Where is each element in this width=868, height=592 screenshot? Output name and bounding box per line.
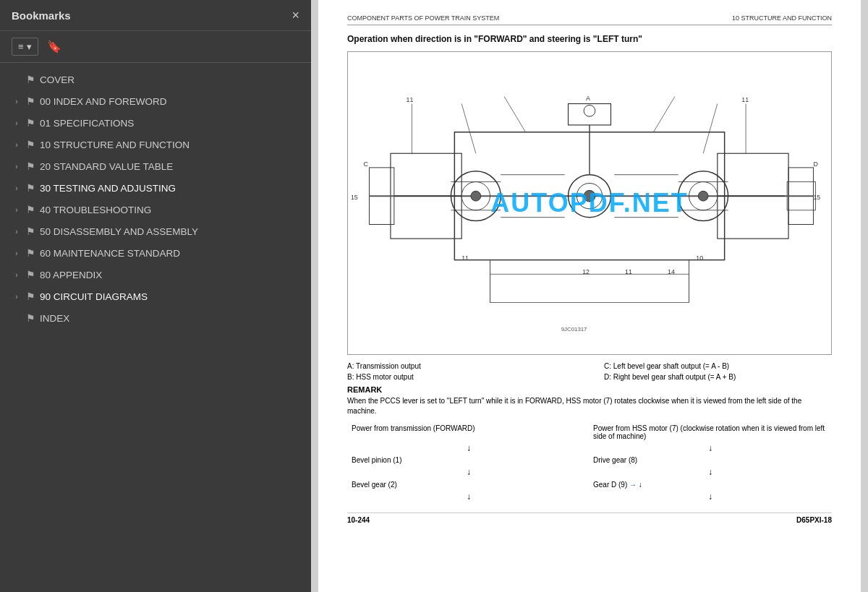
bookmark-marker-icon: ⚑	[26, 226, 35, 237]
header-left: COMPONENT PARTS OF POWER TRAIN SYSTEM	[347, 14, 499, 22]
sidebar-item-label: 60 MAINTENANCE STANDARD	[40, 248, 180, 259]
bookmark-marker-icon: ⚑	[26, 139, 35, 150]
page-footer: 10-244 D65PXI-18	[347, 512, 832, 524]
flow-right-arrow-1: ↓	[590, 442, 830, 454]
bookmark-marker-icon: ⚑	[26, 204, 35, 215]
svg-text:15: 15	[351, 194, 358, 201]
flow-right-step-1: Drive gear (8)	[590, 455, 830, 465]
sidebar-item-label: 20 STANDARD VALUE TABLE	[40, 161, 173, 172]
close-button[interactable]: ×	[292, 9, 299, 22]
footer-document-id: D65PXI-18	[796, 516, 832, 524]
legend-item-a: A: Transmission output	[347, 362, 575, 370]
flow-right-down-icon: ↓	[639, 481, 642, 489]
flow-right-step-2-text: Gear D (9)	[593, 481, 627, 489]
svg-point-16	[698, 191, 708, 201]
down-arrow-icon: ↓	[593, 467, 827, 477]
legend-value-a: Transmission output	[356, 362, 421, 370]
legend-item-d: D: Right bevel gear shaft output (= A + …	[604, 373, 832, 381]
legend-row-1: A: Transmission output C: Left bevel gea…	[347, 362, 832, 370]
sidebar-item-20[interactable]: › ⚑ 20 STANDARD VALUE TABLE	[0, 155, 311, 177]
svg-text:12: 12	[582, 268, 590, 275]
legend-item-b: B: HSS motor output	[347, 373, 575, 381]
chevron-right-icon: ›	[12, 206, 22, 214]
remark-text: When the PCCS lever is set to "LEFT turn…	[347, 396, 832, 416]
sidebar-item-label: 10 STRUCTURE AND FUNCTION	[40, 140, 190, 150]
flow-table: Power from transmission (FORWARD) Power …	[347, 422, 832, 504]
sidebar-item-60[interactable]: › ⚑ 60 MAINTENANCE STANDARD	[0, 242, 311, 264]
chevron-right-icon: ›	[12, 271, 22, 279]
chevron-right-icon: ›	[12, 184, 22, 192]
sidebar-item-00[interactable]: › ⚑ 00 INDEX AND FOREWORD	[0, 90, 311, 112]
flow-left-arrow-3: ↓	[349, 491, 589, 502]
sidebar-item-label: 80 APPENDIX	[40, 270, 102, 280]
sidebar-items-list: ⚑ COVER › ⚑ 00 INDEX AND FOREWORD › ⚑ 01…	[0, 63, 311, 592]
sidebar-item-index[interactable]: ⚑ INDEX	[0, 307, 311, 329]
sidebar-title: Bookmarks	[12, 9, 71, 22]
flow-left-step-1: Bevel pinion (1)	[349, 455, 589, 465]
flow-left-arrow-1: ↓	[349, 442, 589, 454]
svg-text:10: 10	[696, 254, 703, 262]
svg-text:9JC01317: 9JC01317	[561, 326, 587, 333]
diagram-container: 15 15 11 11 C D A 11 10 12 11 14 9JC0131…	[347, 51, 832, 355]
sidebar-item-cover[interactable]: ⚑ COVER	[0, 69, 311, 90]
legend-value-d: Right bevel gear shaft output (= A + B)	[613, 373, 736, 381]
sidebar-item-10[interactable]: › ⚑ 10 STRUCTURE AND FUNCTION	[0, 134, 311, 155]
flow-left-header: Power from transmission (FORWARD)	[349, 424, 589, 441]
svg-text:15: 15	[813, 194, 820, 201]
bookmark-marker-icon: ⚑	[26, 160, 35, 172]
sidebar-item-label: 90 CIRCUIT DIAGRAMS	[40, 291, 148, 302]
chevron-right-icon: ›	[12, 163, 22, 171]
sidebar-item-30[interactable]: › ⚑ 30 TESTING AND ADJUSTING	[0, 177, 311, 199]
sidebar-item-01[interactable]: › ⚑ 01 SPECIFICATIONS	[0, 112, 311, 134]
sidebar-item-label: COVER	[40, 74, 75, 85]
menu-dropdown-button[interactable]: ≡ ▾	[12, 38, 38, 56]
page-view[interactable]: COMPONENT PARTS OF POWER TRAIN SYSTEM 10…	[318, 0, 861, 592]
flow-left-arrow-2: ↓	[349, 466, 589, 478]
right-arrow-icon: →	[629, 481, 637, 489]
sidebar-item-label: 50 DISASSEMBLY AND ASSEMBLY	[40, 226, 198, 237]
technical-diagram: 15 15 11 11 C D A 11 10 12 11 14 9JC0131…	[348, 52, 831, 354]
chevron-right-icon: ›	[12, 228, 22, 236]
bookmark-marker-icon: ⚑	[26, 95, 35, 107]
chevron-right-icon: ›	[12, 119, 22, 127]
svg-text:C: C	[364, 160, 369, 168]
sidebar-item-90[interactable]: › ⚑ 90 CIRCUIT DIAGRAMS	[0, 286, 311, 307]
svg-text:11: 11	[625, 268, 632, 275]
flow-right-step-2: Gear D (9) → ↓	[590, 480, 830, 489]
svg-text:A: A	[586, 95, 590, 102]
chevron-right-icon: ›	[12, 98, 22, 106]
svg-text:11: 11	[461, 254, 469, 262]
bookmark-marker-icon: ⚑	[26, 312, 35, 324]
flow-right-arrow-2: ↓	[590, 466, 830, 478]
flow-right-header: Power from HSS motor (7) (clockwise rota…	[590, 424, 830, 441]
down-arrow-icon: ↓	[352, 443, 586, 453]
bookmark-icon-button[interactable]: 🔖	[44, 37, 64, 56]
sidebar: Bookmarks × ≡ ▾ 🔖 ⚑ COVER › ⚑ 00 INDEX A…	[0, 0, 311, 592]
sidebar-item-80[interactable]: › ⚑ 80 APPENDIX	[0, 264, 311, 286]
section-title: Operation when direction is in "FORWARD"…	[347, 34, 832, 44]
menu-icon: ≡	[18, 41, 24, 52]
header-right: 10 STRUCTURE AND FUNCTION	[732, 14, 832, 22]
page-header: COMPONENT PARTS OF POWER TRAIN SYSTEM 10…	[347, 14, 832, 25]
sidebar-item-label: 00 INDEX AND FOREWORD	[40, 96, 167, 107]
svg-text:11: 11	[407, 97, 414, 104]
chevron-right-icon: ›	[12, 141, 22, 149]
flow-left-step-2: Bevel gear (2)	[349, 480, 589, 489]
bookmark-marker-icon: ⚑	[26, 247, 35, 259]
bookmark-marker-icon: ⚑	[26, 291, 35, 302]
legend-key-c: C:	[604, 362, 611, 370]
legend-key-b: B:	[347, 373, 354, 381]
down-arrow-icon: ↓	[593, 492, 827, 502]
svg-point-10	[584, 190, 595, 202]
remark-title: REMARK	[347, 385, 832, 394]
bookmark-marker-icon: ⚑	[26, 269, 35, 280]
sidebar-item-50[interactable]: › ⚑ 50 DISASSEMBLY AND ASSEMBLY	[0, 220, 311, 242]
svg-text:14: 14	[668, 268, 675, 275]
flow-right-arrow-3: ↓	[590, 491, 830, 502]
bookmark-icon: 🔖	[47, 40, 61, 53]
legend-item-c: C: Left bevel gear shaft output (= A - B…	[604, 362, 832, 370]
legend-key-d: D:	[604, 373, 611, 381]
footer-page-number: 10-244	[347, 516, 370, 524]
legend-row-2: B: HSS motor output D: Right bevel gear …	[347, 373, 832, 381]
sidebar-item-40[interactable]: › ⚑ 40 TROUBLESHOOTING	[0, 199, 311, 220]
